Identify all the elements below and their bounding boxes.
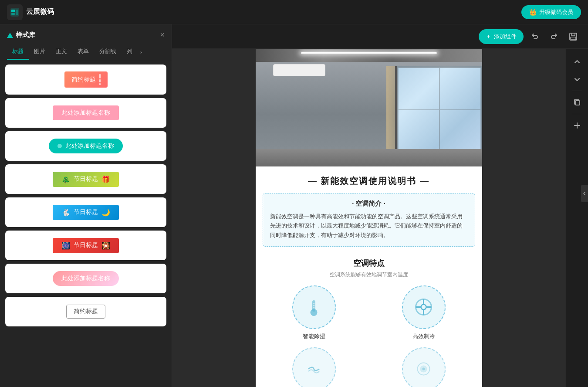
right-toolbar bbox=[565, 49, 588, 387]
room-ceiling bbox=[256, 49, 482, 62]
left-panel: 样式库 × 标题 图片 正文 表单 分割线 列 › 简约标题 bbox=[0, 24, 172, 387]
holiday-emoji-3: 🐇 bbox=[61, 208, 70, 217]
upgrade-label: 升级微码会员 bbox=[539, 8, 573, 16]
style-holiday-blue-preview: 🐇 节日标题 🌙 bbox=[53, 205, 119, 220]
svg-rect-3 bbox=[16, 10, 18, 15]
hero-image bbox=[256, 49, 482, 166]
tab-text[interactable]: 正文 bbox=[51, 44, 72, 60]
top-right-bar: ＋ 添加组件 bbox=[172, 24, 588, 49]
tab-column[interactable]: 列 bbox=[122, 44, 138, 60]
style-item-7[interactable]: 此处添加标题名称 bbox=[5, 264, 166, 293]
style-item-3[interactable]: 此处添加标题名称 bbox=[5, 131, 166, 161]
svg-point-20 bbox=[422, 368, 425, 370]
room-window bbox=[395, 66, 482, 153]
style-item-4[interactable]: 🎄 节日标题 🎁 bbox=[5, 164, 166, 194]
save-button[interactable] bbox=[565, 29, 581, 44]
panel-header: 样式库 × bbox=[0, 24, 172, 44]
feature-item-3 bbox=[263, 347, 365, 387]
feature-item-2: 高效制冷 bbox=[372, 285, 475, 340]
intro-section-content: 新能效空调是一种具有高能效和节能功能的空调产品。这些空调系统通常采用先进的技术和… bbox=[270, 212, 468, 240]
holiday-emoji-5: 🎆 bbox=[61, 241, 70, 250]
collapse-right-panel-button[interactable] bbox=[581, 185, 588, 202]
move-down-button[interactable] bbox=[569, 71, 585, 87]
intro-section-title: · 空调简介 · bbox=[270, 200, 468, 208]
window-frame bbox=[397, 66, 482, 153]
copy-button[interactable] bbox=[569, 95, 585, 110]
plus-icon: ＋ bbox=[486, 33, 491, 41]
content-row: — 新能效空调使用说明书 — · 空调简介 · 新能效空调是一种具有高能效和节能… bbox=[172, 49, 588, 387]
feature-icon-thermometer bbox=[292, 285, 336, 329]
style-add-teal-preview: 此处添加标题名称 bbox=[49, 139, 123, 153]
style-holiday-green-preview: 🎄 节日标题 🎁 bbox=[53, 172, 119, 187]
svg-point-13 bbox=[421, 305, 426, 310]
style-list: 简约标题 此处添加标题名称 此处添加标题名称 bbox=[0, 60, 172, 387]
crown-icon: 👑 bbox=[529, 9, 537, 16]
page-canvas: — 新能效空调使用说明书 — · 空调简介 · 新能效空调是一种具有高能效和节能… bbox=[256, 49, 482, 387]
main-layout: 样式库 × 标题 图片 正文 表单 分割线 列 › 简约标题 bbox=[0, 24, 588, 387]
style-add-gradient-preview: 此处添加标题名称 bbox=[53, 271, 119, 286]
panel-title: 样式库 bbox=[7, 31, 35, 39]
features-section: 空调特点 空调系统能够有效地调节室内温度 bbox=[256, 254, 482, 387]
svg-rect-9 bbox=[313, 303, 315, 304]
bars-icon bbox=[99, 74, 101, 85]
top-bar: 云展微码 👑 升级微码会员 bbox=[0, 0, 588, 24]
style-item-8[interactable]: 简约标题 bbox=[5, 297, 166, 326]
teal-dot bbox=[57, 144, 62, 148]
style-item-5[interactable]: 🐇 节日标题 🌙 bbox=[5, 197, 166, 227]
add-component-label: 添加组件 bbox=[494, 33, 517, 41]
style-item-6[interactable]: 🎆 节日标题 🎇 bbox=[5, 231, 166, 260]
feature-item-1: 智能除湿 bbox=[263, 285, 365, 340]
tabs-bar: 标题 图片 正文 表单 分割线 列 › bbox=[0, 44, 172, 60]
upgrade-button[interactable]: 👑 升级微码会员 bbox=[521, 5, 581, 19]
style-item-2[interactable]: 此处添加标题名称 bbox=[5, 98, 166, 128]
feature-label-1: 智能除湿 bbox=[303, 333, 325, 340]
holiday-emoji-1: 🎄 bbox=[61, 175, 70, 183]
toolbar-separator-1 bbox=[572, 91, 582, 91]
move-up-button[interactable] bbox=[569, 54, 585, 70]
style-item-1[interactable]: 简约标题 bbox=[5, 64, 166, 95]
holiday-emoji-6: 🎇 bbox=[101, 241, 110, 250]
main-title: — 新能效空调使用说明书 — bbox=[256, 166, 482, 193]
app-logo-text: 云展微码 bbox=[26, 7, 54, 17]
intro-section-box: · 空调简介 · 新能效空调是一种具有高能效和节能功能的空调产品。这些空调系统通… bbox=[263, 193, 475, 247]
logo-icon bbox=[7, 4, 23, 20]
svg-rect-11 bbox=[313, 307, 315, 308]
svg-rect-1 bbox=[11, 10, 15, 12]
tab-divider[interactable]: 分割线 bbox=[94, 44, 122, 60]
add-element-button[interactable] bbox=[569, 118, 585, 133]
style-holiday-red-preview: 🎆 节日标题 🎇 bbox=[53, 238, 119, 253]
style-simple-preview: 简约标题 bbox=[64, 71, 108, 88]
holiday-emoji-4: 🌙 bbox=[101, 208, 110, 217]
svg-rect-10 bbox=[313, 305, 315, 306]
svg-rect-5 bbox=[571, 33, 575, 36]
svg-rect-24 bbox=[575, 101, 580, 105]
tab-more-icon[interactable]: › bbox=[138, 45, 145, 59]
tab-title[interactable]: 标题 bbox=[7, 44, 29, 60]
tab-form[interactable]: 表单 bbox=[72, 44, 94, 60]
room-floor bbox=[256, 149, 482, 166]
logo-area: 云展微码 bbox=[7, 4, 54, 20]
right-side: ＋ 添加组件 bbox=[172, 24, 588, 387]
svg-rect-6 bbox=[571, 37, 576, 40]
svg-rect-2 bbox=[11, 13, 15, 15]
toolbar-separator-2 bbox=[572, 114, 582, 114]
style-simple-border-preview: 简约标题 bbox=[66, 305, 105, 319]
tab-image[interactable]: 图片 bbox=[29, 44, 51, 60]
canvas-area[interactable]: — 新能效空调使用说明书 — · 空调简介 · 新能效空调是一种具有高能效和节能… bbox=[172, 49, 565, 387]
style-add-pink-preview: 此处添加标题名称 bbox=[53, 105, 119, 120]
feature-icon-air bbox=[402, 347, 446, 387]
features-title: 空调特点 bbox=[263, 258, 475, 268]
feature-icon-cool bbox=[402, 285, 446, 329]
features-subtitle: 空调系统能够有效地调节室内温度 bbox=[263, 271, 475, 278]
feature-icon-wind bbox=[292, 347, 336, 387]
undo-button[interactable] bbox=[527, 29, 543, 44]
ceiling-light bbox=[301, 52, 437, 54]
feature-item-4 bbox=[372, 347, 475, 387]
redo-button[interactable] bbox=[546, 29, 562, 44]
add-component-button[interactable]: ＋ 添加组件 bbox=[479, 29, 524, 44]
features-grid: 智能除湿 bbox=[263, 285, 475, 387]
holiday-emoji-2: 🎁 bbox=[101, 175, 110, 183]
close-panel-button[interactable]: × bbox=[160, 31, 165, 40]
ac-unit bbox=[273, 64, 325, 76]
triangle-icon bbox=[7, 33, 13, 38]
